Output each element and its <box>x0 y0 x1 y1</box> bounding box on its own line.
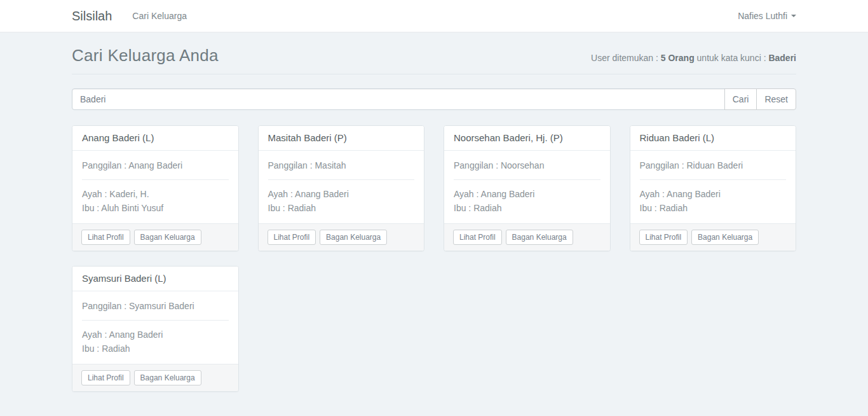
person-father: Ayah : Anang Baderi <box>82 328 229 342</box>
person-name: Syamsuri Baderi (L) <box>82 273 229 284</box>
person-card-body: Panggilan : Noorsehan Ayah : Anang Bader… <box>444 151 610 223</box>
person-card: Masitah Baderi (P) Panggilan : Masitah A… <box>258 125 425 251</box>
summary-middle: untuk kata kunci : <box>695 53 769 63</box>
person-mother: Ibu : Radiah <box>640 201 787 215</box>
person-name: Masitah Baderi (P) <box>268 132 415 144</box>
person-mother: Ibu : Aluh Binti Yusuf <box>82 201 229 215</box>
cari-button[interactable]: Cari <box>724 88 757 110</box>
lihat-profil-button[interactable]: Lihat Profil <box>453 230 502 245</box>
nav-item-cari-keluarga[interactable]: Cari Keluarga <box>132 11 187 21</box>
page-title: Cari Keluarga Anda <box>72 46 219 66</box>
person-card-header: Noorsehan Baderi, Hj. (P) <box>444 126 610 151</box>
person-card-header: Syamsuri Baderi (L) <box>72 267 238 291</box>
person-card-body: Panggilan : Syamsuri Baderi Ayah : Anang… <box>72 291 238 364</box>
lihat-profil-button[interactable]: Lihat Profil <box>81 230 130 245</box>
summary-count: 5 Orang <box>661 53 695 63</box>
person-card-header: Anang Baderi (L) <box>72 126 238 151</box>
user-menu-dropdown[interactable]: Nafies Luthfi <box>738 11 796 21</box>
lihat-profil-button[interactable]: Lihat Profil <box>81 370 130 385</box>
search-form: Cari Reset <box>72 88 796 110</box>
divider <box>454 179 600 180</box>
reset-button[interactable]: Reset <box>756 88 796 110</box>
bagan-keluarga-button[interactable]: Bagan Keluarga <box>134 370 201 385</box>
bagan-keluarga-button[interactable]: Bagan Keluarga <box>691 230 759 245</box>
lihat-profil-button[interactable]: Lihat Profil <box>639 230 688 245</box>
bagan-keluarga-button[interactable]: Bagan Keluarga <box>320 230 387 245</box>
search-input[interactable] <box>72 88 725 110</box>
person-name: Noorsehan Baderi, Hj. (P) <box>454 132 600 144</box>
person-nickname: Panggilan : Masitah <box>268 159 415 172</box>
person-card: Anang Baderi (L) Panggilan : Anang Bader… <box>72 125 239 251</box>
person-father: Ayah : Anang Baderi <box>454 187 600 201</box>
person-card-footer: Lihat Profil Bagan Keluarga <box>259 223 424 251</box>
person-card: Syamsuri Baderi (L) Panggilan : Syamsuri… <box>72 266 239 392</box>
person-name: Riduan Baderi (L) <box>640 132 787 144</box>
person-name: Anang Baderi (L) <box>82 132 229 144</box>
brand-silsilah[interactable]: Silsilah <box>72 9 112 24</box>
person-mother: Ibu : Radiah <box>268 201 415 215</box>
results-grid: Anang Baderi (L) Panggilan : Anang Bader… <box>62 125 806 406</box>
person-mother: Ibu : Radiah <box>82 342 229 356</box>
person-card-body: Panggilan : Riduan Baderi Ayah : Anang B… <box>630 151 796 223</box>
summary-prefix: User ditemukan : <box>591 53 661 63</box>
lihat-profil-button[interactable]: Lihat Profil <box>268 230 316 245</box>
person-card-body: Panggilan : Masitah Ayah : Anang Baderi … <box>259 151 424 223</box>
person-nickname: Panggilan : Syamsuri Baderi <box>82 300 229 313</box>
navbar: Silsilah Cari Keluarga Nafies Luthfi <box>0 0 868 32</box>
person-card-footer: Lihat Profil Bagan Keluarga <box>72 223 238 251</box>
person-nickname: Panggilan : Anang Baderi <box>82 159 229 172</box>
person-card-header: Masitah Baderi (P) <box>259 126 424 151</box>
caret-down-icon <box>791 15 796 17</box>
divider <box>268 179 415 180</box>
person-father: Ayah : Kaderi, H. <box>82 187 229 201</box>
divider <box>82 179 229 180</box>
summary-keyword: Baderi <box>768 53 796 63</box>
divider <box>640 179 787 180</box>
person-card-footer: Lihat Profil Bagan Keluarga <box>630 223 796 251</box>
person-card-footer: Lihat Profil Bagan Keluarga <box>444 223 610 251</box>
person-mother: Ibu : Radiah <box>454 201 600 215</box>
search-result-summary: User ditemukan : 5 Orang untuk kata kunc… <box>591 53 796 63</box>
person-father: Ayah : Anang Baderi <box>640 187 787 201</box>
person-card: Riduan Baderi (L) Panggilan : Riduan Bad… <box>630 125 797 251</box>
person-nickname: Panggilan : Noorsehan <box>454 159 600 172</box>
bagan-keluarga-button[interactable]: Bagan Keluarga <box>134 230 201 245</box>
person-father: Ayah : Anang Baderi <box>268 187 415 201</box>
page-header: Cari Keluarga Anda User ditemukan : 5 Or… <box>72 46 796 74</box>
bagan-keluarga-button[interactable]: Bagan Keluarga <box>506 230 573 245</box>
person-card-footer: Lihat Profil Bagan Keluarga <box>72 364 238 391</box>
person-card-header: Riduan Baderi (L) <box>630 126 796 151</box>
person-nickname: Panggilan : Riduan Baderi <box>640 159 787 172</box>
divider <box>82 320 229 321</box>
user-name: Nafies Luthfi <box>738 11 787 21</box>
person-card-body: Panggilan : Anang Baderi Ayah : Kaderi, … <box>72 151 238 223</box>
person-card: Noorsehan Baderi, Hj. (P) Panggilan : No… <box>444 125 611 251</box>
